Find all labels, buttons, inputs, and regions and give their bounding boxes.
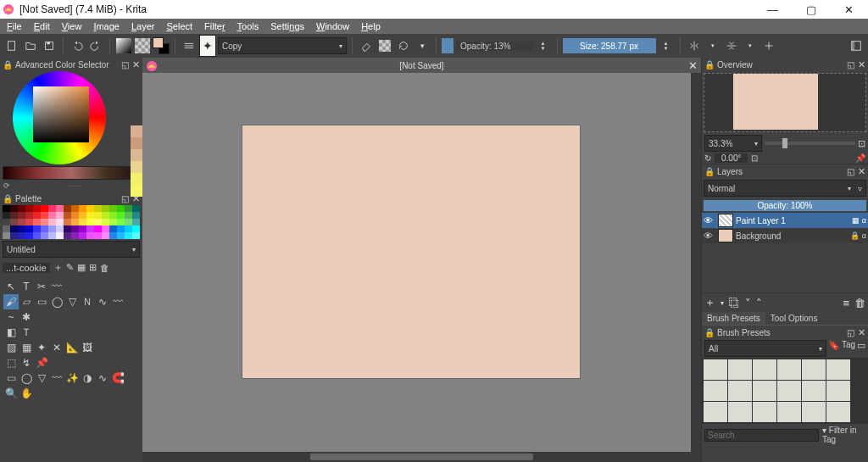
menu-settings[interactable]: Settings — [267, 21, 308, 31]
line-tool-icon[interactable]: ▱ — [19, 294, 34, 309]
freehand-brush-icon[interactable]: 🖌 — [3, 294, 19, 309]
palette-name-field[interactable]: ...t-cookie — [3, 263, 50, 273]
menu-edit[interactable]: Edit — [31, 21, 53, 31]
menu-window[interactable]: Window — [313, 21, 353, 31]
reference-image-icon[interactable]: 🖼 — [80, 340, 95, 355]
brush-preset-chooser[interactable]: ✦ — [199, 37, 216, 54]
workspace-chooser-icon[interactable] — [848, 37, 865, 54]
gradient-tool-icon[interactable]: ▨ — [3, 340, 19, 355]
zoom-combo[interactable]: 33.3%▾ — [704, 135, 762, 152]
document-tab[interactable]: [Not Saved] ✕ — [142, 58, 701, 73]
menu-select[interactable]: Select — [164, 21, 197, 31]
close-window-button[interactable]: ✕ — [830, 0, 868, 19]
float-docker-icon[interactable]: ◱ — [121, 60, 129, 70]
tab-brush-presets[interactable]: Brush Presets — [702, 312, 765, 325]
close-docker-icon[interactable]: ✕ — [858, 59, 865, 70]
close-docker-icon[interactable]: ✕ — [858, 166, 865, 177]
lock-icon[interactable]: 🔒 — [3, 60, 13, 70]
lock-layer-icon[interactable]: 🔒 α — [850, 231, 866, 240]
layer-properties-icon[interactable]: ≡ — [843, 297, 849, 309]
pattern-picker[interactable] — [134, 37, 151, 54]
palette-grid-icon[interactable]: ⊞ — [89, 262, 97, 273]
color-wheel[interactable] — [3, 71, 130, 166]
menu-help[interactable]: Help — [358, 21, 384, 31]
edit-swatch-icon[interactable]: ✎ — [66, 262, 74, 273]
crop-tool-icon[interactable]: ✂ — [34, 279, 49, 294]
palette-grid[interactable] — [3, 205, 140, 239]
freehand-line-icon[interactable]: 〰 — [110, 294, 125, 309]
sel-magnetic-icon[interactable]: 🧲 — [110, 370, 125, 386]
reload-preset-arrow[interactable]: ▾ — [414, 37, 431, 54]
move-tool-icon[interactable]: ↖ — [3, 279, 19, 294]
size-spinner[interactable]: ▲▼ — [658, 37, 675, 54]
rect-tool-icon[interactable]: ▭ — [34, 294, 49, 309]
sel-free-icon[interactable]: 〰 — [49, 370, 64, 386]
zoom-tool-icon[interactable]: 🔍 — [3, 386, 19, 401]
eraser-toggle-icon[interactable] — [358, 37, 375, 54]
pan-tool-icon[interactable]: ✋ — [19, 386, 34, 401]
pin-overview-icon[interactable]: 📌 — [855, 153, 865, 163]
mirror-h-arrow[interactable]: ▾ — [704, 37, 721, 54]
maximize-button[interactable]: ▢ — [792, 0, 830, 19]
mirror-v-arrow[interactable]: ▾ — [742, 37, 759, 54]
layer-row[interactable]: 👁 Background 🔒 α — [702, 228, 868, 243]
delete-swatch-icon[interactable]: 🗑 — [100, 263, 109, 273]
brush-preset-grid[interactable] — [702, 358, 868, 424]
tab-tool-options[interactable]: Tool Options — [765, 312, 823, 325]
freehand-path-icon[interactable]: 〰 — [49, 279, 64, 294]
dynamic-brush-icon[interactable]: ~ — [3, 309, 19, 325]
bezier-tool-icon[interactable]: ∿ — [95, 294, 110, 309]
assistant-tool-icon[interactable]: ✕ — [49, 340, 64, 355]
sel-color-icon[interactable]: ◑ — [80, 370, 95, 386]
float-docker-icon[interactable]: ◱ — [121, 194, 129, 203]
layer-row[interactable]: 👁 Paint Layer 1 ▦ α — [702, 213, 868, 228]
minimize-button[interactable]: — — [754, 0, 792, 19]
layer-filter-icon[interactable]: ▿ — [858, 184, 862, 193]
fg-bg-swatches[interactable] — [153, 37, 170, 54]
blend-mode-combo[interactable]: Copy▾ — [218, 37, 347, 54]
palette-list-icon[interactable]: ▦ — [77, 262, 86, 273]
rect-select-icon[interactable]: ⬚ — [3, 355, 19, 370]
deform-icon[interactable]: ↯ — [19, 355, 34, 370]
multibrush-icon[interactable]: ✱ — [19, 309, 34, 325]
mirror-v-icon[interactable] — [723, 37, 740, 54]
close-docker-icon[interactable]: ✕ — [858, 327, 865, 338]
tag-icon[interactable]: 🔖 — [828, 340, 840, 357]
value-bar[interactable] — [3, 166, 140, 180]
rotate-reset-icon[interactable]: ⊡ — [751, 153, 758, 163]
gradient-picker[interactable] — [115, 37, 132, 54]
brush-size-bar[interactable]: Size: 258.77 px — [563, 38, 656, 53]
menu-tools[interactable]: Tools — [234, 21, 263, 31]
close-docker-icon[interactable]: ✕ — [132, 59, 140, 70]
zoom-slider[interactable] — [765, 142, 855, 145]
delete-layer-icon[interactable]: 🗑 — [854, 297, 865, 309]
rotate-icon[interactable]: ↻ — [704, 153, 711, 163]
open-file-icon[interactable] — [22, 37, 39, 54]
alpha-lock-icon[interactable] — [376, 37, 393, 54]
overview-thumbnail[interactable] — [704, 73, 866, 132]
sel-contig-icon[interactable]: ✨ — [64, 370, 80, 386]
lock-icon[interactable]: 🔒 — [704, 328, 715, 337]
sel-bezier-icon[interactable]: ∿ — [95, 370, 110, 386]
transform-tool-icon[interactable]: T — [19, 279, 34, 294]
float-docker-icon[interactable]: ◱ — [847, 60, 854, 70]
move-layer-up-icon[interactable]: ˄ — [756, 297, 762, 309]
lock-icon[interactable]: 🔒 — [3, 194, 13, 203]
new-file-icon[interactable] — [3, 37, 20, 54]
close-tab-icon[interactable]: ✕ — [688, 59, 698, 72]
menu-image[interactable]: Image — [90, 21, 123, 31]
move-layer-down-icon[interactable]: ˅ — [745, 297, 751, 309]
mirror-h-icon[interactable] — [686, 37, 703, 54]
float-docker-icon[interactable]: ◱ — [847, 328, 854, 337]
wraparound-icon[interactable] — [760, 37, 777, 54]
edit-shapes-icon[interactable]: ◧ — [3, 325, 19, 340]
preset-tag-filter[interactable]: All — [709, 344, 718, 353]
history-icon[interactable]: ⟳ — [3, 181, 10, 190]
menu-view[interactable]: View — [58, 21, 86, 31]
undo-icon[interactable] — [69, 37, 86, 54]
palette-layer-combo[interactable]: Untitled — [7, 245, 36, 254]
layer-opacity-bar[interactable]: Opacity: 100% — [704, 200, 866, 211]
redo-icon[interactable] — [87, 37, 104, 54]
brush-settings-icon[interactable] — [181, 37, 198, 54]
filter-in-tag-toggle[interactable]: ▾ Filter in Tag — [822, 426, 865, 444]
